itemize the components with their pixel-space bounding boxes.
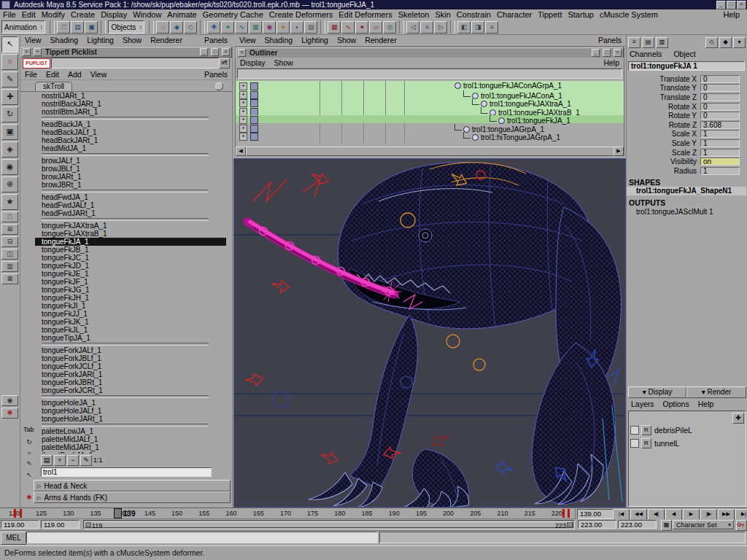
mel-toggle-button[interactable]: MEL <box>1 532 26 545</box>
layer-visibility-checkbox[interactable] <box>630 439 639 448</box>
channel-row[interactable]: Rotate Y0 <box>627 111 746 120</box>
picklist-item[interactable]: headFwdJA_1 <box>35 193 226 201</box>
menu-help[interactable]: Help <box>720 9 743 20</box>
new-scene-icon[interactable]: □ <box>57 21 70 34</box>
channel-row[interactable]: Rotate X0 <box>627 102 746 112</box>
picklist-item[interactable]: tongueForkJBLf_1 <box>35 354 226 362</box>
menu-create[interactable]: Create <box>68 10 98 19</box>
manip-off-icon[interactable]: ◇ <box>705 37 718 48</box>
picklist-font-icon[interactable]: a¶ <box>219 58 230 69</box>
menu-skeleton[interactable]: Skeleton <box>395 10 433 19</box>
range-end-field-2[interactable]: 223.00 <box>618 520 657 529</box>
menu-startup[interactable]: Startup <box>565 10 596 19</box>
paint-select-tool[interactable]: ✎ <box>1 71 18 88</box>
channel-row[interactable]: Radius1 <box>627 166 746 176</box>
picklist-stick-icon[interactable]: + <box>34 48 42 56</box>
range-start-grip[interactable] <box>85 522 91 527</box>
range-start-field-2[interactable]: 119.00 <box>41 520 80 529</box>
center-panel-panels-menu[interactable]: Panels <box>598 35 622 46</box>
snap-grid-icon[interactable]: ▦ <box>328 21 341 34</box>
ipr-render-icon[interactable]: ◨ <box>471 21 484 34</box>
left-panel-menu-show[interactable]: Show <box>118 36 146 44</box>
channel-value[interactable]: 1 <box>700 167 740 175</box>
channel-value[interactable]: 3.608 <box>700 121 740 129</box>
picklist-item[interactable]: nostrilBtmJARt_1 <box>35 108 226 116</box>
channel-value[interactable]: on <box>700 158 740 166</box>
section-arms-hands-fk[interactable]: ▷Arms & Hands (FK) <box>34 491 231 503</box>
picklist-item[interactable]: headBackJALf_1 <box>35 128 226 136</box>
scrollbar-thumb[interactable] <box>246 147 615 156</box>
picklist-item[interactable]: tongueFkJF_1 <box>35 278 226 286</box>
mask-misc-icon[interactable]: ▧ <box>304 21 317 34</box>
channel-value[interactable]: 0 <box>700 75 740 83</box>
remove-item-icon[interactable]: − <box>67 455 79 466</box>
picklist-item[interactable]: headMidJA_1 <box>35 144 226 152</box>
tab-object[interactable]: Object <box>673 50 695 58</box>
outliner-maximize-button[interactable]: □ <box>603 49 611 57</box>
menu-cmuscle-system[interactable]: cMuscle System <box>597 10 661 19</box>
channel-value[interactable]: 0 <box>700 103 740 111</box>
render-globals-icon[interactable]: ≡ <box>485 21 498 34</box>
picklist-item[interactable]: tongueTipJA_1 <box>35 334 226 342</box>
picklist-item[interactable]: browJBRt_1 <box>35 181 226 189</box>
channel-row[interactable]: Translate X0 <box>627 74 746 84</box>
layout-two-pane-side[interactable]: ◫ <box>1 249 18 260</box>
pointer-icon[interactable]: ↖ <box>25 470 34 479</box>
outliner-menu-display[interactable]: Display <box>236 58 269 67</box>
picklist-item[interactable]: tongueForkJARt_1 <box>35 370 226 378</box>
expand-icon[interactable]: + <box>239 82 247 90</box>
mask-deformations-icon[interactable]: ◉ <box>263 21 276 34</box>
mask-curves-icon[interactable]: ∿ <box>235 21 248 34</box>
menu-animate[interactable]: Animate <box>164 10 199 19</box>
channel-list-icon[interactable]: ▤ <box>642 37 654 48</box>
select-hierarchy-icon[interactable]: ⌂ <box>156 21 169 34</box>
mask-surfaces-icon[interactable]: ▦ <box>249 21 262 34</box>
picklist-item[interactable]: headFwdJALf_1 <box>35 201 226 209</box>
picklist-item[interactable]: tongueFkJA_1 <box>35 238 226 246</box>
select-component-icon[interactable]: ◇ <box>184 21 197 34</box>
picklist-item[interactable]: headBackJA_1 <box>35 120 226 128</box>
left-panel-menu-shading[interactable]: Shading <box>46 36 83 44</box>
picklist-item[interactable]: tongueFkJG_1 <box>35 286 226 294</box>
menu-file[interactable]: File <box>0 10 19 19</box>
channel-row[interactable]: Scale Z1 <box>627 148 746 158</box>
range-slider-handle[interactable]: 119 223 <box>85 521 573 528</box>
menu-geometry-cache[interactable]: Geometry Cache <box>200 10 266 19</box>
channel-value[interactable]: 1 <box>700 130 740 138</box>
scroll-right-icon[interactable]: ▶ <box>614 147 624 156</box>
tab-channels[interactable]: Channels <box>630 50 662 58</box>
open-scene-icon[interactable]: ▤ <box>71 21 84 34</box>
left-panel-panels-menu[interactable]: Panels <box>204 35 228 46</box>
scroll-left-icon[interactable]: ◀ <box>236 147 246 156</box>
picklist-item[interactable]: browJARt_1 <box>35 173 226 181</box>
mask-joints-icon[interactable]: ● <box>221 21 234 34</box>
manip-on-icon[interactable]: ◆ <box>719 37 732 48</box>
selection-mask-selector[interactable]: Objects↕ <box>108 20 144 34</box>
tippett-splat-icon[interactable]: ✱ <box>1 408 18 419</box>
outliner-row[interactable]: +trol1:tongueFkJAConA_1 <box>236 90 624 98</box>
step-back-frame-button[interactable]: ◀◀ <box>630 509 647 520</box>
window-title-bar[interactable]: Autodesk Maya 8.5 Service Pack 1: /show/… <box>0 0 747 9</box>
outliner-row[interactable]: +trol1:tongueFkJA_1 <box>236 115 624 123</box>
menu-modify[interactable]: Modify <box>39 10 68 19</box>
namespace-field[interactable] <box>41 467 212 477</box>
range-slider-track[interactable]: 119 223 <box>83 520 575 529</box>
picklist-item[interactable]: tongueFkJH_1 <box>35 294 226 302</box>
picklist-item[interactable]: tongueForkJCLf_1 <box>35 362 226 370</box>
left-panel-menu-renderer[interactable]: Renderer <box>146 36 187 44</box>
input-connections-icon[interactable]: ◁ <box>406 21 419 34</box>
center-panel-menu-show[interactable]: Show <box>333 36 360 44</box>
menu-create-deformers[interactable]: Create Deformers <box>266 10 336 19</box>
picklist-item[interactable]: tongueFkJAXtraA_1 <box>35 222 226 230</box>
step-forward-frame-button[interactable]: ▶▶ <box>718 509 735 520</box>
select-object-icon[interactable]: ◆ <box>170 21 183 34</box>
expand-icon[interactable]: + <box>239 133 247 141</box>
soft-modification-tool[interactable]: ◉ <box>1 159 18 175</box>
layers-menu-help[interactable]: Help <box>694 400 719 408</box>
picklist-item[interactable]: throatBackJA_1 <box>35 451 226 454</box>
picklist-title-bar[interactable]: × + Tippett Picklist _ □ × <box>20 47 232 58</box>
select-tool[interactable]: ↖ <box>1 36 18 52</box>
outliner-menu-show[interactable]: Show <box>269 58 297 67</box>
menu-character[interactable]: Character <box>494 10 535 19</box>
character-set-icon[interactable]: ▦ <box>661 520 672 531</box>
